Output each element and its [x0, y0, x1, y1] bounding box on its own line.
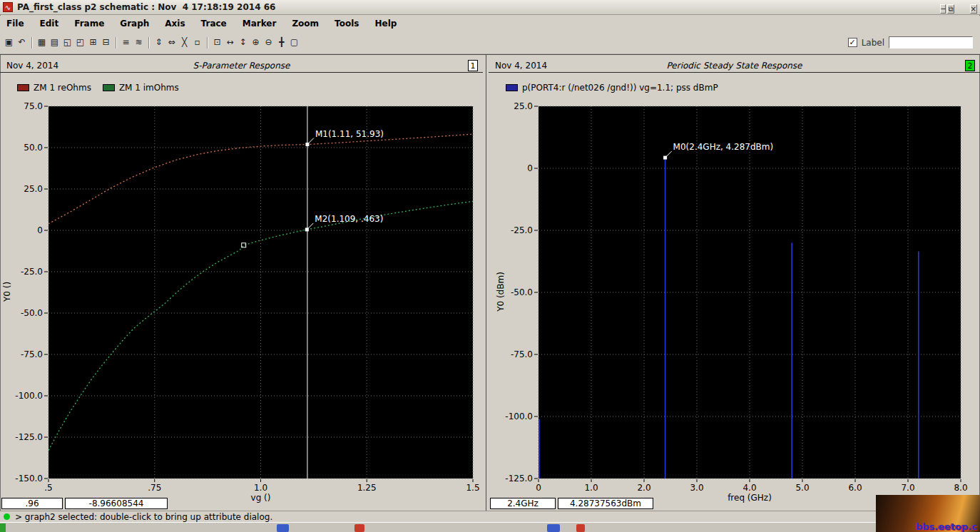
- legend: ZM 1 reOhmsZM 1 imOhms: [17, 82, 179, 93]
- add-subwindow-icon[interactable]: ⊞: [87, 36, 99, 49]
- y-tick-label: 0: [37, 225, 43, 235]
- legend-swatch: [17, 84, 29, 91]
- legend-entry[interactable]: p(PORT4:r (/net026 /gnd!)) vg=1.1; pss d…: [506, 82, 718, 93]
- y-tick-label: -50.0: [21, 308, 43, 318]
- legend-entry[interactable]: ZM 1 imOhms: [103, 82, 179, 93]
- app-icon: ∿: [3, 2, 13, 12]
- toolbar-separator: [31, 37, 33, 48]
- x-axis-title: freq (GHz): [728, 493, 772, 503]
- menu-zoom[interactable]: Zoom: [292, 19, 319, 29]
- menu-file[interactable]: File: [6, 19, 24, 29]
- print-icon[interactable]: ▣: [3, 36, 15, 49]
- menubar: FileEditFrameGraphAxisTraceMarkerZoomToo…: [0, 16, 980, 31]
- watermark-text: bbs.eetop.c: [916, 521, 977, 532]
- graph-area: Nov 4, 2014 S-Parameter Response 1 ZM 1 …: [0, 54, 980, 511]
- axes-toggle-icon[interactable]: ▤: [49, 36, 61, 49]
- legend-label: ZM 1 imOhms: [119, 83, 179, 93]
- graph-number-badge[interactable]: 1: [468, 60, 478, 71]
- y-tick-label: -100.0: [505, 411, 533, 421]
- readout-field[interactable]: 2.4GHz: [490, 498, 556, 509]
- zoom-fit-icon[interactable]: ⊡: [211, 36, 223, 49]
- start-button-fragment[interactable]: [0, 523, 6, 532]
- menu-graph[interactable]: Graph: [120, 19, 149, 29]
- status-text: > graph2 selected: double-click to bring…: [15, 512, 272, 522]
- y-tick-label: -100.0: [15, 391, 43, 401]
- toolbar-separator: [116, 37, 117, 48]
- grid-toggle-icon[interactable]: ▦: [36, 36, 48, 49]
- pan-icon[interactable]: ╋: [275, 36, 287, 49]
- vertical-marker-icon[interactable]: ⇕: [153, 36, 165, 49]
- graph-panel-1: Nov 4, 2014 S-Parameter Response 1 ZM 1 …: [0, 58, 483, 511]
- y-tick-label: 25.0: [24, 184, 43, 194]
- menu-help[interactable]: Help: [374, 19, 397, 29]
- zoom-out-icon[interactable]: ⊖: [262, 36, 275, 49]
- marker-point-m1: [305, 143, 309, 146]
- horizontal-marker-icon[interactable]: ⇔: [165, 36, 178, 49]
- menu-axis[interactable]: Axis: [165, 19, 185, 29]
- minimize-button[interactable]: ─: [940, 4, 946, 14]
- close-button[interactable]: ×: [970, 4, 977, 14]
- legend-swatch: [506, 84, 518, 91]
- menu-tools[interactable]: Tools: [335, 19, 359, 29]
- delete-subwindow-icon[interactable]: ⊟: [100, 36, 112, 49]
- y-tick-label: -25.0: [511, 225, 533, 235]
- plot-canvas-2[interactable]: 01.02.03.04.05.06.07.08.025.00-25.0-50.0…: [489, 101, 980, 511]
- window-controls: ─⧉×: [939, 1, 977, 14]
- legend: p(PORT4:r (/net026 /gnd!)) vg=1.1; pss d…: [506, 82, 718, 93]
- x-tick-label: 1.0: [254, 483, 267, 493]
- legend-swatch: [103, 84, 115, 91]
- y-tick-label: -75.0: [511, 349, 533, 359]
- trace-cursor-icon[interactable]: ╳: [178, 36, 190, 49]
- menu-frame[interactable]: Frame: [74, 19, 104, 29]
- taskbar-button-fragment[interactable]: [576, 524, 585, 532]
- window-title: PA_first_class p2 schematic : Nov 4 17:1…: [17, 2, 939, 12]
- graph-title: Periodic Steady State Response: [489, 61, 980, 71]
- overlay-mode-icon[interactable]: ≋: [133, 36, 145, 49]
- y-tick-label: -125.0: [15, 432, 43, 442]
- readout-field[interactable]: 4.28737563dBm: [558, 498, 653, 509]
- plot-canvas-1[interactable]: .5.751.01.251.575.050.025.00-25.0-50.0-7…: [0, 101, 483, 511]
- menu-marker[interactable]: Marker: [243, 19, 277, 29]
- marker-readouts: .96-8.96608544: [1, 498, 168, 509]
- select-region-icon[interactable]: ▢: [288, 36, 300, 49]
- taskbar-button-fragment[interactable]: [354, 524, 364, 532]
- titlebar: ∿ PA_first_class p2 schematic : Nov 4 17…: [0, 0, 980, 15]
- taskbar-button-fragment[interactable]: [277, 524, 289, 532]
- graph-number-badge[interactable]: 2: [965, 60, 975, 71]
- undo-icon[interactable]: ↶: [16, 36, 28, 49]
- readout-field[interactable]: .96: [1, 498, 63, 509]
- x-axis-title: vg (): [251, 493, 271, 503]
- readout-field[interactable]: -8.96608544: [65, 498, 168, 509]
- label-checkbox[interactable]: ✓: [848, 38, 857, 47]
- point-marker-icon[interactable]: ▫: [191, 36, 203, 49]
- toolbar: ▣↶▦▤◱◰⊞⊟≡≋⇕⇔╳▫⊡↔↕⊕⊖╋▢ ✓ Label: [0, 31, 980, 54]
- x-tick-label: 1.0: [584, 483, 598, 493]
- y-tick-label: 50.0: [24, 143, 43, 153]
- taskbar-button-fragment[interactable]: [547, 524, 560, 532]
- marker-label-m1: M1(1.11, 51.93): [315, 129, 384, 139]
- zoom-in-icon[interactable]: ⊕: [250, 36, 262, 49]
- zoom-y-icon[interactable]: ↕: [237, 36, 249, 49]
- legend-entry[interactable]: ZM 1 reOhms: [17, 82, 91, 93]
- legend-label: p(PORT4:r (/net026 /gnd!)) vg=1.1; pss d…: [522, 83, 718, 93]
- taskbar: [0, 522, 980, 532]
- strip-chart-icon[interactable]: ≡: [120, 36, 132, 49]
- menu-edit[interactable]: Edit: [40, 19, 59, 29]
- x-tick-label: 8.0: [954, 483, 967, 493]
- menu-trace[interactable]: Trace: [201, 19, 227, 29]
- label-checkbox-label: Label: [862, 38, 884, 48]
- legend-label: ZM 1 reOhms: [34, 83, 91, 93]
- graph-panel-2: Nov 4, 2014 Periodic Steady State Respon…: [489, 58, 980, 511]
- label-input[interactable]: [889, 36, 973, 48]
- cascade-windows-icon[interactable]: ◱: [61, 36, 73, 49]
- y-tick-label: 0: [527, 163, 533, 173]
- restore-button[interactable]: ⧉: [947, 4, 954, 14]
- toolbar-buttons: ▣↶▦▤◱◰⊞⊟≡≋⇕⇔╳▫⊡↔↕⊕⊖╋▢: [3, 36, 301, 49]
- y-tick-label: 25.0: [514, 101, 533, 111]
- tile-windows-icon[interactable]: ◰: [74, 36, 86, 49]
- y-tick-label: -75.0: [21, 349, 43, 359]
- marker-readouts: 2.4GHz4.28737563dBm: [490, 498, 653, 509]
- graph-header: Nov 4, 2014 S-Parameter Response 1: [0, 59, 483, 73]
- graph-header: Nov 4, 2014 Periodic Steady State Respon…: [489, 59, 980, 73]
- zoom-x-icon[interactable]: ↔: [224, 36, 236, 49]
